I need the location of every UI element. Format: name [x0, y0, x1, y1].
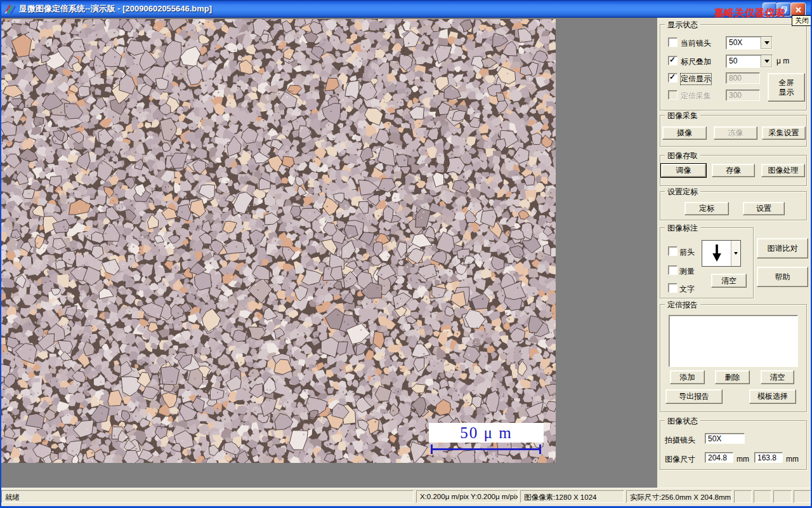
vendor-watermark: 嘉峪关仪器仪表 [714, 7, 785, 19]
group-image-capture-title: 图像采集 [665, 110, 700, 121]
title-bar: 显微图像定倍系统--演示版 - [20090602055646.bmp] [0, 0, 812, 18]
image-height-field: 163.8 [754, 452, 783, 463]
statusbar-ready: 就绪 [1, 490, 414, 503]
atlas-compare-button[interactable]: 图谱比对 [757, 238, 808, 258]
help-button[interactable]: 帮助 [757, 267, 808, 287]
fullscreen-button-line1: 全屏 [779, 78, 794, 88]
micrograph-image [1, 19, 556, 463]
report-clear-button[interactable]: 清空 [761, 370, 794, 384]
scale-unit-label: μ m [776, 57, 789, 65]
current-lens-combobox[interactable]: 50X [726, 36, 773, 50]
scalebar-label-box: 50 μ m [429, 423, 544, 443]
chevron-down-icon [734, 252, 738, 255]
chevron-down-icon [764, 41, 769, 44]
fixed-capture-label: 定倍采集 [681, 91, 711, 102]
window-title: 显微图像定倍系统--演示版 - [20090602055646.bmp] [19, 0, 212, 18]
measure-checkbox[interactable] [668, 265, 678, 275]
group-calibration-title: 设置定标 [665, 187, 700, 197]
statusbar-actual-size: 实际尺寸:256.0mm X 204.8mm [626, 490, 732, 503]
statusbar-empty-cell [794, 490, 811, 503]
arrow-style-dropdown-button[interactable] [731, 241, 740, 266]
statusbar-empty-cell [734, 490, 752, 503]
group-display-status-title: 显示状态 [665, 20, 700, 30]
report-add-button[interactable]: 添加 [670, 370, 705, 384]
image-width-field: 204.8 [705, 452, 733, 463]
close-icon [795, 6, 802, 13]
text-label: 文字 [679, 284, 695, 295]
fullscreen-button[interactable]: 全屏 显示 [768, 73, 805, 102]
report-delete-button[interactable]: 删除 [715, 370, 750, 384]
scale-overlay-checkbox[interactable] [668, 56, 678, 65]
statusbar-empty-cell [754, 490, 771, 503]
fullscreen-button-line2: 显示 [779, 88, 794, 97]
arrow-style-preview [702, 241, 731, 266]
group-annotation-title: 图像标注 [665, 223, 700, 234]
template-select-button[interactable]: 模板选择 [749, 389, 796, 404]
down-arrow-icon [711, 244, 723, 262]
arrow-style-picker[interactable] [702, 240, 741, 267]
close-button[interactable] [790, 3, 806, 17]
current-lens-checkbox[interactable] [668, 37, 678, 47]
report-listbox[interactable] [669, 315, 798, 367]
close-tooltip: 关闭 [792, 15, 812, 26]
load-image-button[interactable]: 调像 [661, 164, 706, 177]
scalebar-text: 50 μ m [460, 424, 512, 442]
shoot-lens-field: 50X [705, 433, 745, 444]
arrow-label: 箭头 [679, 247, 695, 258]
fixed-capture-checkbox [668, 90, 678, 100]
freeze-button: 冻像 [714, 126, 757, 140]
measure-label: 测量 [679, 266, 695, 277]
export-report-button[interactable]: 导出报告 [665, 389, 723, 404]
current-lens-dropdown-button[interactable] [761, 37, 772, 49]
arrow-checkbox[interactable] [668, 246, 678, 256]
current-lens-value: 50X [726, 37, 761, 49]
image-height-unit: mm [786, 455, 799, 464]
scalebar-line [431, 448, 541, 450]
group-report-title: 定倍报告 [665, 300, 700, 311]
capture-settings-button[interactable]: 采集设置 [762, 126, 806, 140]
statusbar-empty-cell [773, 490, 792, 503]
scale-dropdown-button[interactable] [761, 55, 772, 67]
micrograph-viewport: 50 μ m [1, 19, 556, 463]
group-calibration: 设置定标 [660, 191, 807, 220]
fixed-capture-field: 300 [726, 90, 760, 101]
image-process-button[interactable]: 图像处理 [761, 164, 805, 177]
image-width-unit: mm [737, 455, 749, 464]
shoot-lens-label: 拍摄镜头 [665, 435, 695, 446]
image-size-label: 图像尺寸 [665, 454, 695, 465]
calibrate-button[interactable]: 定标 [684, 202, 729, 215]
capture-button[interactable]: 摄像 [662, 126, 707, 140]
fixed-display-checkbox[interactable] [668, 73, 678, 83]
current-lens-label: 当前镜头 [681, 38, 711, 49]
statusbar-image-pixels: 图像像素:1280 X 1024 [520, 490, 624, 503]
scale-value: 50 [726, 55, 761, 67]
fixed-display-field: 800 [726, 72, 760, 84]
save-image-button[interactable]: 存像 [712, 164, 755, 177]
statusbar-pixel-scale: X:0.200μ m/pix Y:0.200μ m/pix [416, 490, 518, 503]
group-image-status-title: 图像状态 [665, 416, 700, 427]
fixed-display-label: 定倍显示 [681, 74, 711, 84]
status-bar: 就绪 X:0.200μ m/pix Y:0.200μ m/pix 图像像素:12… [0, 488, 812, 507]
scale-overlay-label: 标尺叠加 [681, 57, 711, 67]
calibration-settings-button[interactable]: 设置 [743, 202, 785, 215]
annotation-clear-button[interactable]: 清空 [711, 274, 747, 288]
chevron-down-icon [764, 60, 769, 63]
group-image-storage-title: 图像存取 [665, 150, 700, 161]
scale-value-combobox[interactable]: 50 [726, 55, 773, 68]
text-checkbox[interactable] [668, 283, 678, 293]
app-icon [4, 3, 16, 15]
